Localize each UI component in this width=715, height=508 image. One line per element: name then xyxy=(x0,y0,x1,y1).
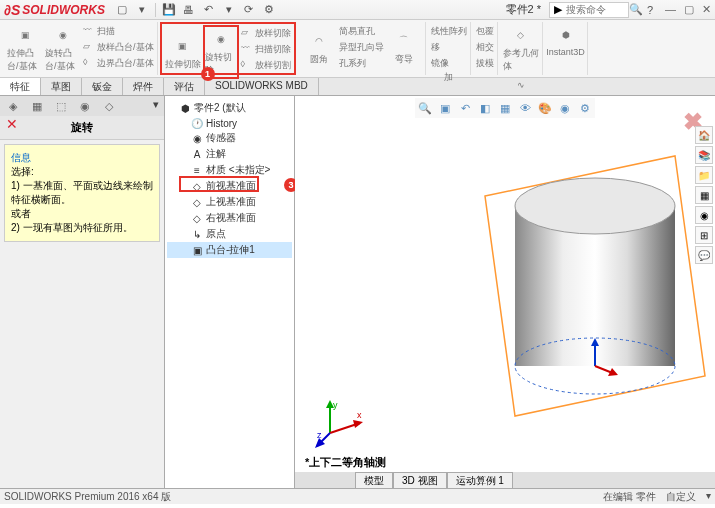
save-icon[interactable]: 💾 xyxy=(162,3,176,17)
panel-tabs: ◈ ▦ ⬚ ◉ ◇ xyxy=(0,96,164,116)
simple-hole-button[interactable]: 简易直孔 xyxy=(339,23,384,39)
tab-mbd[interactable]: SOLIDWORKS MBD xyxy=(205,78,319,95)
revolve-boss-button[interactable]: ◉旋转凸台/基体 xyxy=(45,23,81,73)
tree-origin[interactable]: ↳原点 xyxy=(167,226,292,242)
draft-button[interactable]: 拔模 xyxy=(476,55,494,71)
revolve-cut-button[interactable]: ◉旋转切除 1 xyxy=(203,25,239,79)
hole-wizard-button[interactable]: 异型孔向导 xyxy=(339,39,384,55)
minimize-icon[interactable]: — xyxy=(665,3,676,16)
extrude-boss-button[interactable]: ▣拉伸凸台/基体 xyxy=(7,23,43,73)
tree-sensors[interactable]: ◉传感器 xyxy=(167,130,292,146)
zoom-fit-icon[interactable]: 🔍 xyxy=(417,100,433,116)
section-icon[interactable]: ◧ xyxy=(477,100,493,116)
panel-title: 旋转 xyxy=(0,116,164,140)
tree-right-plane[interactable]: ◇右视基准面 xyxy=(167,210,292,226)
display-style-icon[interactable]: ▦ xyxy=(497,100,513,116)
document-title: 零件2 * xyxy=(506,2,541,17)
status-expand-icon[interactable]: ▾ xyxy=(706,490,711,504)
extrude-cut-button[interactable]: ▣拉伸切除 xyxy=(165,25,201,79)
search-box[interactable]: ▶ xyxy=(549,2,629,18)
search-arrow-icon: ▶ xyxy=(554,3,562,16)
origin-icon: ↳ xyxy=(191,228,203,240)
panel-tab-appearance[interactable]: ◉ xyxy=(74,98,96,114)
side-resources-icon[interactable]: 🏠 xyxy=(695,126,713,144)
curve-button[interactable]: ⌒弯导 xyxy=(386,23,422,71)
ribbon-group-cut: ▣拉伸切除 ◉旋转切除 1 ▱放样切除 〰扫描切除 ◊放样切割 xyxy=(160,22,296,75)
hole-series-button[interactable]: 孔系列 xyxy=(339,55,384,71)
panel-tab-dimxpert[interactable]: ◇ xyxy=(98,98,120,114)
intersect-button[interactable]: 相交 xyxy=(476,39,494,55)
tab-sketch[interactable]: 草图 xyxy=(41,78,82,95)
ribbon-group-hole: ◠圆角 简易直孔 异型孔向导 孔系列 ⌒弯导 xyxy=(298,22,426,75)
edit-appearance-icon[interactable]: 🎨 xyxy=(537,100,553,116)
status-editing: 在编辑 零件 xyxy=(603,490,656,504)
search-icon[interactable]: 🔍 xyxy=(629,3,643,17)
titlebar: ∂S SOLIDWORKS ▢ ▾ 💾 🖶 ↶ ▾ ⟳ ⚙ 零件2 * ▶ 🔍 … xyxy=(0,0,715,20)
fillet-button[interactable]: ◠圆角 xyxy=(301,23,337,71)
separator xyxy=(155,3,156,17)
new-icon[interactable]: ▢ xyxy=(115,3,129,17)
sensor-icon: ◉ xyxy=(191,132,203,144)
wrap-button[interactable]: 包覆 xyxy=(476,23,494,39)
loft-button[interactable]: ▱放样凸台/基体 xyxy=(83,39,154,55)
svg-point-4 xyxy=(515,178,675,234)
maximize-icon[interactable]: ▢ xyxy=(684,3,694,16)
orientation-triad[interactable]: y x z xyxy=(315,398,365,448)
options-icon[interactable]: ⚙ xyxy=(262,3,276,17)
badge-1: 1 xyxy=(201,67,215,81)
tab-3dview[interactable]: 3D 视图 xyxy=(393,472,447,488)
tab-motion[interactable]: 运动算例 1 xyxy=(447,472,513,488)
tab-features[interactable]: 特征 xyxy=(0,78,41,95)
view-settings-icon[interactable]: ⚙ xyxy=(577,100,593,116)
sweep-button[interactable]: 〰扫描 xyxy=(83,23,154,39)
ref-geom-button[interactable]: ◇参考几何体 xyxy=(503,23,539,73)
instant3d-button[interactable]: ⬢Instant3D xyxy=(548,23,584,57)
graphics-viewport[interactable]: 🔍 ▣ ↶ ◧ ▦ 👁 🎨 ◉ ⚙ ✖ 🏠 📚 📁 ▦ ◉ ⊞ 💬 xyxy=(295,96,715,488)
tab-sheetmetal[interactable]: 钣金 xyxy=(82,78,123,95)
print-icon[interactable]: 🖶 xyxy=(182,3,196,17)
prev-view-icon[interactable]: ↶ xyxy=(457,100,473,116)
close-icon[interactable]: ✕ xyxy=(702,3,711,16)
tree-top-plane[interactable]: ◇上视基准面 xyxy=(167,194,292,210)
loft-cut2-button[interactable]: ◊放样切割 xyxy=(241,57,291,73)
ribbon: ▣拉伸凸台/基体 ◉旋转凸台/基体 〰扫描 ▱放样凸台/基体 ◊边界凸台/基体 … xyxy=(0,20,715,78)
hide-show-icon[interactable]: 👁 xyxy=(517,100,533,116)
tree-annotations[interactable]: A注解 xyxy=(167,146,292,162)
tab-evaluate[interactable]: 评估 xyxy=(164,78,205,95)
boundary-button[interactable]: ◊边界凸台/基体 xyxy=(83,55,154,71)
mirror-button[interactable]: 镜像 xyxy=(431,55,467,71)
panel-tab-display[interactable]: ⬚ xyxy=(50,98,72,114)
add-button[interactable]: 加 xyxy=(431,71,467,84)
tree-root[interactable]: ⬢ 零件2 (默认 2 状认>_显... xyxy=(167,100,292,116)
tree-dropdown-icon[interactable]: ▾ xyxy=(153,98,159,111)
loft-cut-button[interactable]: ▱放样切除 xyxy=(241,25,291,41)
view-toolbar: 🔍 ▣ ↶ ◧ ▦ 👁 🎨 ◉ ⚙ xyxy=(415,98,595,118)
property-panel: ◈ ▦ ⬚ ◉ ◇ ✕ 旋转 信息 选择: 1) 一基准面、平面或边线来绘制特征… xyxy=(0,96,165,488)
rebuild-icon[interactable]: ⟳ xyxy=(242,3,256,17)
main-area: ◈ ▦ ⬚ ◉ ◇ ✕ 旋转 信息 选择: 1) 一基准面、平面或边线来绘制特征… xyxy=(0,96,715,488)
select-icon[interactable]: ▾ xyxy=(222,3,236,17)
tab-model[interactable]: 模型 xyxy=(355,472,393,488)
status-custom[interactable]: 自定义 xyxy=(666,490,696,504)
tree-history[interactable]: 🕐History xyxy=(167,116,292,130)
app-logo: ∂S SOLIDWORKS xyxy=(4,2,105,18)
linear-pattern-button[interactable]: 线性阵列 xyxy=(431,23,467,39)
open-icon[interactable]: ▾ xyxy=(135,3,149,17)
help-icon[interactable]: ? xyxy=(643,3,657,17)
info-or: 或者 xyxy=(11,207,153,221)
panel-tab-config[interactable]: ▦ xyxy=(26,98,48,114)
tree-front-plane[interactable]: ◇前视基准面 3 xyxy=(167,178,292,194)
part-icon: ⬢ xyxy=(179,102,191,114)
tree-extrude1[interactable]: ▣凸台-拉伸1 xyxy=(167,242,292,258)
move-button[interactable]: 移 xyxy=(431,39,467,55)
tab-weldment[interactable]: 焊件 xyxy=(123,78,164,95)
sweep-cut-button[interactable]: 〰扫描切除 xyxy=(241,41,291,57)
tree-root-label: 零件2 (默认 xyxy=(194,101,246,115)
panel-tab-feature[interactable]: ◈ xyxy=(2,98,24,114)
undo-icon[interactable]: ↶ xyxy=(202,3,216,17)
info-line2: 2) 一现有草图为特征所用。 xyxy=(11,221,153,235)
search-input[interactable] xyxy=(566,4,616,15)
panel-close-icon[interactable]: ✕ xyxy=(6,116,18,132)
zoom-area-icon[interactable]: ▣ xyxy=(437,100,453,116)
apply-scene-icon[interactable]: ◉ xyxy=(557,100,573,116)
